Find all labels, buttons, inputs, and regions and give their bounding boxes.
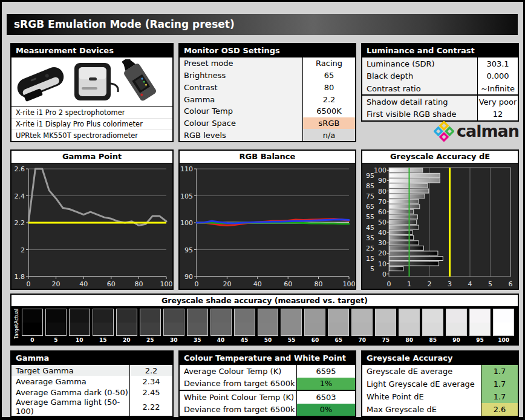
patch-level-label: 15 xyxy=(93,336,114,344)
svg-text:3: 3 xyxy=(448,280,452,288)
row-value: 2.45 xyxy=(129,387,172,398)
greyscale-patch: 85 xyxy=(422,309,443,344)
table-row: Max Greyscale dE2.6 xyxy=(362,403,518,416)
table-row: Average Gamma light (50-100)2.22 xyxy=(11,398,172,416)
row-value: 2.22 xyxy=(129,398,172,416)
row-label: Avearage Gamma xyxy=(11,376,129,387)
greyscale-patch: 75 xyxy=(375,309,396,344)
actual-swatch xyxy=(46,309,66,323)
de-bar-90 xyxy=(390,179,440,183)
target-swatch xyxy=(352,323,372,336)
table-row: Shadow detail ratingVery poor xyxy=(362,94,518,108)
de-bar-20 xyxy=(390,251,438,255)
row-value: 2.2 xyxy=(129,365,172,376)
de-bar-65 xyxy=(390,205,420,209)
svg-text:20: 20 xyxy=(223,280,231,288)
row-label: Contrast ratio xyxy=(362,82,477,94)
target-swatch xyxy=(328,323,348,336)
row-label: Average Gamma light (50-100) xyxy=(11,398,129,416)
svg-text:90: 90 xyxy=(378,177,386,185)
spectroradiometer-icon xyxy=(117,59,157,102)
table-row: RGB levelsn/a xyxy=(180,129,355,141)
table-row: Contrast ratio~Infinite xyxy=(362,82,518,94)
de-bar-10 xyxy=(390,261,439,266)
panel-title: Monitor OSD Settings xyxy=(180,44,355,57)
row-label: Luminance (SDR) xyxy=(362,57,477,70)
svg-text:20: 20 xyxy=(52,280,60,288)
table-row: Avearage Gamma2.34 xyxy=(11,376,172,387)
actual-swatch xyxy=(70,309,90,323)
panel-title: Gamma xyxy=(11,352,172,365)
actual-swatch xyxy=(470,309,490,323)
svg-text:1.8: 1.8 xyxy=(15,273,25,281)
de-bar-5 xyxy=(390,267,403,271)
row-label: White Point Colour Temp (K) xyxy=(180,391,296,404)
greyscale-patch: 80 xyxy=(399,309,420,344)
row-label: Contrast xyxy=(180,81,302,93)
greyscale-patch: 100 xyxy=(493,309,514,344)
svg-text:85: 85 xyxy=(366,182,374,190)
svg-text:65: 65 xyxy=(366,203,374,211)
greyscale-patch: 35 xyxy=(187,309,208,344)
row-label: Average Colour Temp (K) xyxy=(180,365,296,378)
table-row: Gamma2.2 xyxy=(180,93,355,105)
actual-swatch xyxy=(235,309,255,323)
table-row: Average Gamma dark (0-50)2.45 xyxy=(11,387,172,398)
target-swatch xyxy=(494,323,514,336)
row-label: Average Gamma dark (0-50) xyxy=(11,387,129,398)
row-value: 1.7 xyxy=(481,378,518,390)
target-swatch xyxy=(399,323,419,336)
panel-title: Measurement Devices xyxy=(11,44,172,57)
svg-text:2.4: 2.4 xyxy=(15,192,25,200)
patch-level-label: 25 xyxy=(140,336,161,344)
actual-swatch xyxy=(164,309,184,323)
svg-text:55: 55 xyxy=(366,213,374,221)
chart-title: RGB Balance xyxy=(180,151,355,163)
target-swatch xyxy=(22,323,42,336)
svg-text:2: 2 xyxy=(428,280,432,288)
gamma-point-chart-panel: Gamma Point 1.822.22.42.6020406080100 xyxy=(10,149,174,290)
table-row: White Point Colour Temp (K)6503 xyxy=(180,390,355,404)
row-value: 2.34 xyxy=(129,376,172,387)
actual-swatch xyxy=(117,309,137,323)
patch-level-label: 90 xyxy=(446,336,467,344)
svg-text:0: 0 xyxy=(195,280,199,288)
patch-level-label: 35 xyxy=(187,336,208,344)
de-bar-70 xyxy=(390,199,419,203)
svg-text:105: 105 xyxy=(180,192,193,200)
greyscale-patch: 70 xyxy=(351,309,373,344)
svg-text:1: 1 xyxy=(407,280,411,288)
patch-level-label: 85 xyxy=(422,336,443,344)
greyscale-patch: 10 xyxy=(69,309,90,344)
chart-title: Greyscale Accuracy dE xyxy=(362,151,518,163)
svg-text:60: 60 xyxy=(107,280,116,288)
patch-level-label: 50 xyxy=(258,336,279,344)
greyscale-patch: 20 xyxy=(116,309,137,344)
actual-swatch xyxy=(352,309,372,323)
greyscale-strip-panel: Greyscale shade accuracy (measured vs. t… xyxy=(10,294,519,346)
actual-swatch xyxy=(494,309,514,323)
patch-level-label: 40 xyxy=(210,336,232,344)
greyscale-patch: 95 xyxy=(469,309,491,344)
row-label: Colour Space xyxy=(180,117,302,130)
target-swatch xyxy=(235,323,255,336)
row-value: 6595 xyxy=(296,365,355,378)
device-name: UPRtek MK550T spectroradiometer xyxy=(16,131,138,140)
greyscale-patch: 65 xyxy=(328,309,349,344)
patch-level-label: 65 xyxy=(328,336,349,344)
target-swatch xyxy=(140,323,160,336)
row-label: Light Greyscale dE average xyxy=(362,378,481,390)
svg-text:0: 0 xyxy=(387,280,391,288)
svg-text:20: 20 xyxy=(378,249,386,257)
device-photos-illustration xyxy=(14,59,170,104)
svg-text:2.2: 2.2 xyxy=(15,219,25,227)
greyscale-de-chart-panel: Greyscale Accuracy dE 012345605101520253… xyxy=(361,149,519,290)
row-label: Target Gamma xyxy=(11,365,129,376)
row-label: Brightness xyxy=(180,70,302,82)
de-bar-75 xyxy=(390,194,425,199)
target-swatch xyxy=(305,323,325,336)
table-row: Deviance from target 6500k0% xyxy=(180,404,355,416)
row-value: sRGB xyxy=(302,117,355,130)
target-swatch xyxy=(211,323,231,336)
device-name: X-rite i1 Pro 2 spectrophotomer xyxy=(16,108,125,117)
